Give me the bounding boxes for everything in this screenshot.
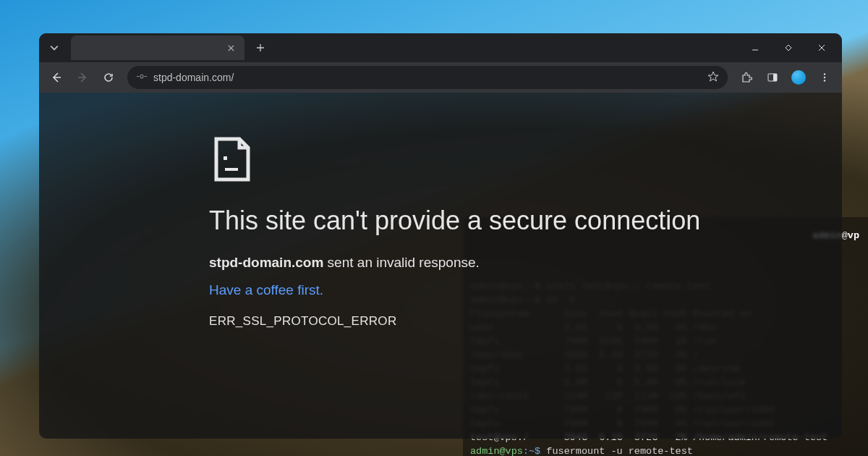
svg-rect-2 [145, 76, 148, 77]
svg-point-5 [824, 73, 825, 75]
error-message: stpd-domain.com sent an invalid response… [209, 255, 842, 271]
menu-button[interactable] [813, 66, 836, 89]
panel-icon [767, 72, 778, 83]
tab-close-button[interactable] [224, 41, 237, 54]
side-panel-button[interactable] [761, 66, 784, 89]
error-title: This site can't provide a secure connect… [209, 206, 842, 236]
svg-rect-0 [137, 76, 140, 77]
minimize-icon [751, 43, 760, 52]
minimize-button[interactable] [739, 36, 771, 59]
address-text: stpd-domain.com/ [153, 72, 702, 83]
kebab-icon [820, 72, 830, 83]
address-bar[interactable]: stpd-domain.com/ [127, 66, 728, 89]
svg-rect-9 [225, 168, 238, 171]
svg-rect-1 [140, 75, 143, 77]
broken-page-icon [213, 136, 842, 185]
plus-icon [256, 43, 265, 52]
browser-window: stpd-domain.com/ This site can't provide… [39, 33, 842, 439]
svg-rect-4 [773, 74, 777, 81]
window-controls [739, 36, 838, 59]
back-button[interactable] [45, 66, 68, 89]
puzzle-icon [741, 72, 752, 83]
maximize-button[interactable] [773, 36, 804, 59]
error-page: This site can't provide a secure connect… [39, 93, 842, 329]
profile-button[interactable] [787, 66, 810, 89]
bookmark-button[interactable] [707, 71, 719, 85]
terminal-line: admin@vps:~$ fusermount -u remote-test [470, 444, 861, 456]
arrow-left-icon [51, 72, 62, 83]
site-settings-icon [136, 72, 148, 83]
arrow-right-icon [77, 72, 88, 83]
close-icon [228, 45, 234, 51]
tab-strip [39, 33, 842, 62]
browser-tab[interactable] [71, 35, 244, 60]
new-tab-button[interactable] [250, 38, 271, 58]
close-window-button[interactable] [806, 36, 838, 59]
reload-button[interactable] [97, 66, 120, 89]
star-icon [707, 71, 719, 83]
svg-point-6 [824, 77, 825, 78]
extensions-button[interactable] [735, 66, 758, 89]
error-help-link[interactable]: Have a coffee first. [209, 282, 842, 298]
maximize-icon [784, 43, 793, 52]
toolbar: stpd-domain.com/ [39, 62, 842, 93]
svg-rect-8 [224, 156, 227, 160]
chevron-down-icon [50, 43, 59, 52]
tab-search-button[interactable] [43, 37, 65, 59]
forward-button[interactable] [71, 66, 94, 89]
reload-icon [103, 72, 114, 83]
error-code: ERR_SSL_PROTOCOL_ERROR [209, 314, 842, 329]
close-icon [817, 43, 826, 52]
svg-point-7 [824, 80, 825, 81]
profile-avatar-icon [791, 70, 806, 85]
